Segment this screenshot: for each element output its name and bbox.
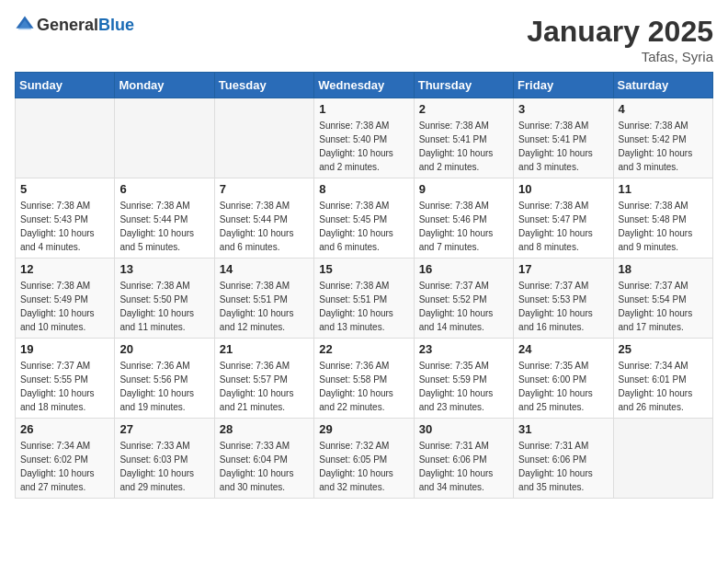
calendar-cell: 5Sunrise: 7:38 AM Sunset: 5:43 PM Daylig… — [16, 178, 115, 259]
weekday-header-friday: Friday — [514, 73, 613, 98]
day-info: Sunrise: 7:38 AM Sunset: 5:51 PM Dayligh… — [319, 279, 408, 334]
calendar-cell: 19Sunrise: 7:37 AM Sunset: 5:55 PM Dayli… — [16, 339, 115, 419]
day-number: 10 — [518, 182, 608, 196]
day-number: 28 — [220, 422, 309, 436]
calendar-cell: 3Sunrise: 7:38 AM Sunset: 5:41 PM Daylig… — [514, 98, 613, 178]
day-info: Sunrise: 7:34 AM Sunset: 6:02 PM Dayligh… — [20, 439, 109, 494]
day-info: Sunrise: 7:37 AM Sunset: 5:54 PM Dayligh… — [619, 279, 708, 334]
calendar-cell: 21Sunrise: 7:36 AM Sunset: 5:57 PM Dayli… — [214, 339, 313, 419]
weekday-header-wednesday: Wednesday — [314, 73, 414, 98]
calendar-cell: 22Sunrise: 7:36 AM Sunset: 5:58 PM Dayli… — [314, 339, 414, 419]
calendar-cell: 7Sunrise: 7:38 AM Sunset: 5:44 PM Daylig… — [214, 178, 313, 259]
calendar-cell: 30Sunrise: 7:31 AM Sunset: 6:06 PM Dayli… — [414, 419, 513, 499]
day-number: 11 — [619, 182, 708, 196]
day-number: 13 — [119, 262, 209, 276]
week-row-3: 12Sunrise: 7:38 AM Sunset: 5:49 PM Dayli… — [16, 259, 713, 339]
day-number: 1 — [319, 102, 408, 116]
day-info: Sunrise: 7:36 AM Sunset: 5:58 PM Dayligh… — [319, 359, 408, 414]
week-row-4: 19Sunrise: 7:37 AM Sunset: 5:55 PM Dayli… — [16, 339, 713, 419]
weekday-header-sunday: Sunday — [16, 73, 115, 98]
day-number: 27 — [119, 422, 209, 436]
weekday-header-saturday: Saturday — [613, 73, 712, 98]
day-info: Sunrise: 7:38 AM Sunset: 5:51 PM Dayligh… — [220, 279, 309, 334]
calendar-cell: 2Sunrise: 7:38 AM Sunset: 5:41 PM Daylig… — [414, 98, 513, 178]
day-info: Sunrise: 7:38 AM Sunset: 5:50 PM Dayligh… — [119, 279, 209, 334]
logo-general: General — [37, 16, 98, 34]
day-number: 15 — [319, 262, 408, 276]
title-section: January 2025 Tafas, Syria — [527, 15, 713, 64]
calendar-cell: 4Sunrise: 7:38 AM Sunset: 5:42 PM Daylig… — [613, 98, 712, 178]
weekday-header-row: SundayMondayTuesdayWednesdayThursdayFrid… — [16, 73, 713, 98]
calendar-cell: 29Sunrise: 7:32 AM Sunset: 6:05 PM Dayli… — [314, 419, 414, 499]
day-info: Sunrise: 7:33 AM Sunset: 6:03 PM Dayligh… — [119, 439, 209, 494]
calendar-cell — [613, 419, 712, 499]
day-number: 14 — [220, 262, 309, 276]
calendar-cell: 25Sunrise: 7:34 AM Sunset: 6:01 PM Dayli… — [613, 339, 712, 419]
calendar-cell: 12Sunrise: 7:38 AM Sunset: 5:49 PM Dayli… — [16, 259, 115, 339]
page-header: GeneralBlue January 2025 Tafas, Syria — [15, 15, 713, 64]
calendar-cell — [214, 98, 313, 178]
day-info: Sunrise: 7:38 AM Sunset: 5:44 PM Dayligh… — [220, 199, 309, 254]
calendar-subtitle: Tafas, Syria — [527, 49, 713, 64]
calendar-cell: 9Sunrise: 7:38 AM Sunset: 5:46 PM Daylig… — [414, 178, 513, 259]
calendar-cell: 28Sunrise: 7:33 AM Sunset: 6:04 PM Dayli… — [214, 419, 313, 499]
day-number: 24 — [518, 342, 608, 356]
day-info: Sunrise: 7:38 AM Sunset: 5:48 PM Dayligh… — [619, 199, 708, 254]
calendar-table: SundayMondayTuesdayWednesdayThursdayFrid… — [15, 72, 713, 499]
day-number: 16 — [419, 262, 508, 276]
calendar-cell: 17Sunrise: 7:37 AM Sunset: 5:53 PM Dayli… — [514, 259, 613, 339]
logo-icon — [15, 15, 35, 35]
day-info: Sunrise: 7:36 AM Sunset: 5:56 PM Dayligh… — [119, 359, 209, 414]
day-info: Sunrise: 7:37 AM Sunset: 5:53 PM Dayligh… — [518, 279, 608, 334]
day-info: Sunrise: 7:38 AM Sunset: 5:45 PM Dayligh… — [319, 199, 408, 254]
day-info: Sunrise: 7:38 AM Sunset: 5:49 PM Dayligh… — [20, 279, 109, 334]
day-number: 12 — [20, 262, 109, 276]
calendar-cell: 11Sunrise: 7:38 AM Sunset: 5:48 PM Dayli… — [613, 178, 712, 259]
day-info: Sunrise: 7:36 AM Sunset: 5:57 PM Dayligh… — [220, 359, 309, 414]
calendar-cell — [16, 98, 115, 178]
day-number: 30 — [419, 422, 508, 436]
calendar-cell: 18Sunrise: 7:37 AM Sunset: 5:54 PM Dayli… — [613, 259, 712, 339]
day-info: Sunrise: 7:35 AM Sunset: 5:59 PM Dayligh… — [419, 359, 508, 414]
day-number: 8 — [319, 182, 408, 196]
week-row-5: 26Sunrise: 7:34 AM Sunset: 6:02 PM Dayli… — [16, 419, 713, 499]
day-number: 25 — [619, 342, 708, 356]
day-info: Sunrise: 7:37 AM Sunset: 5:52 PM Dayligh… — [419, 279, 508, 334]
day-number: 31 — [518, 422, 608, 436]
day-number: 4 — [619, 102, 708, 116]
day-number: 5 — [20, 182, 109, 196]
calendar-cell: 1Sunrise: 7:38 AM Sunset: 5:40 PM Daylig… — [314, 98, 414, 178]
week-row-2: 5Sunrise: 7:38 AM Sunset: 5:43 PM Daylig… — [16, 178, 713, 259]
day-number: 21 — [220, 342, 309, 356]
day-number: 22 — [319, 342, 408, 356]
calendar-cell: 10Sunrise: 7:38 AM Sunset: 5:47 PM Dayli… — [514, 178, 613, 259]
day-info: Sunrise: 7:33 AM Sunset: 6:04 PM Dayligh… — [220, 439, 309, 494]
day-info: Sunrise: 7:31 AM Sunset: 6:06 PM Dayligh… — [419, 439, 508, 494]
day-info: Sunrise: 7:38 AM Sunset: 5:42 PM Dayligh… — [619, 119, 708, 174]
weekday-header-tuesday: Tuesday — [214, 73, 313, 98]
calendar-cell: 20Sunrise: 7:36 AM Sunset: 5:56 PM Dayli… — [115, 339, 214, 419]
calendar-cell — [115, 98, 214, 178]
day-info: Sunrise: 7:38 AM Sunset: 5:47 PM Dayligh… — [518, 199, 608, 254]
calendar-cell: 24Sunrise: 7:35 AM Sunset: 6:00 PM Dayli… — [514, 339, 613, 419]
logo: GeneralBlue — [15, 15, 134, 35]
day-number: 20 — [119, 342, 209, 356]
day-number: 23 — [419, 342, 508, 356]
calendar-title: January 2025 — [527, 15, 713, 49]
calendar-cell: 8Sunrise: 7:38 AM Sunset: 5:45 PM Daylig… — [314, 178, 414, 259]
day-number: 29 — [319, 422, 408, 436]
day-info: Sunrise: 7:38 AM Sunset: 5:43 PM Dayligh… — [20, 199, 109, 254]
calendar-cell: 27Sunrise: 7:33 AM Sunset: 6:03 PM Dayli… — [115, 419, 214, 499]
calendar-cell: 15Sunrise: 7:38 AM Sunset: 5:51 PM Dayli… — [314, 259, 414, 339]
calendar-cell: 23Sunrise: 7:35 AM Sunset: 5:59 PM Dayli… — [414, 339, 513, 419]
day-number: 2 — [419, 102, 508, 116]
day-number: 17 — [518, 262, 608, 276]
weekday-header-monday: Monday — [115, 73, 214, 98]
day-info: Sunrise: 7:34 AM Sunset: 6:01 PM Dayligh… — [619, 359, 708, 414]
day-number: 26 — [20, 422, 109, 436]
logo-blue: Blue — [98, 16, 134, 34]
calendar-cell: 26Sunrise: 7:34 AM Sunset: 6:02 PM Dayli… — [16, 419, 115, 499]
day-number: 3 — [518, 102, 608, 116]
calendar-cell: 6Sunrise: 7:38 AM Sunset: 5:44 PM Daylig… — [115, 178, 214, 259]
day-info: Sunrise: 7:38 AM Sunset: 5:44 PM Dayligh… — [119, 199, 209, 254]
